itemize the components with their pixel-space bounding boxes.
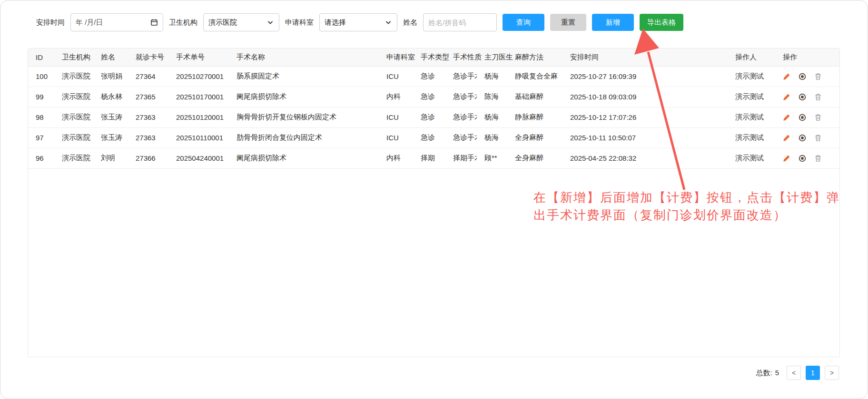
- table-row: 97演示医院张玉涛27363202510110001肋骨骨折闭合复位内固定术IC…: [28, 127, 840, 148]
- row-actions: [775, 107, 840, 127]
- column-header: 姓名: [93, 49, 128, 66]
- detail-icon[interactable]: [799, 93, 806, 101]
- cell: 演示测试: [728, 148, 775, 168]
- cell: 阑尾病损切除术: [229, 87, 379, 107]
- date-input-value: 年 /月/日: [76, 18, 103, 27]
- surgery-table: ID卫生机构姓名就诊卡号手术单号手术名称申请科室手术类型手术性质主刀医生麻醉方法…: [28, 49, 840, 169]
- annotation-line-1: 在【新增】后面增加【计费】按钮，点击【计费】弹: [533, 189, 840, 206]
- cell: 27363: [128, 127, 168, 148]
- delete-icon[interactable]: [814, 134, 822, 142]
- cell: 27366: [128, 148, 168, 168]
- edit-icon[interactable]: [783, 134, 790, 142]
- cell: 内科: [379, 148, 413, 168]
- cell: 27365: [128, 87, 168, 107]
- cell: 98: [28, 107, 54, 127]
- column-header: 安排时间: [562, 49, 728, 66]
- export-button[interactable]: 导出表格: [640, 14, 683, 31]
- cell: 阑尾病损切除术: [229, 148, 379, 168]
- cell: 演示测试: [728, 87, 775, 107]
- cell: 肋骨骨折闭合复位内固定术: [229, 127, 379, 148]
- column-header: 手术名称: [229, 49, 379, 66]
- org-select-value: 演示医院: [208, 18, 237, 27]
- calendar-icon[interactable]: [150, 19, 158, 26]
- header-row: ID卫生机构姓名就诊卡号手术单号手术名称申请科室手术类型手术性质主刀医生麻醉方法…: [28, 49, 840, 66]
- cell: 张玉涛: [93, 127, 128, 148]
- delete-icon[interactable]: [814, 114, 822, 121]
- cell: 杨海: [477, 66, 507, 87]
- add-button[interactable]: 新增: [592, 14, 634, 31]
- cell: 2025-04-25 22:08:32: [562, 148, 728, 168]
- detail-icon[interactable]: [799, 134, 806, 142]
- cell: ICU: [379, 66, 413, 87]
- cell: 择期手术: [445, 148, 477, 168]
- delete-icon[interactable]: [814, 93, 822, 101]
- cell: 急诊手术: [445, 127, 477, 148]
- dept-select[interactable]: 请选择: [319, 13, 397, 31]
- edit-icon[interactable]: [783, 155, 790, 162]
- annotation-line-2: 出手术计费界面（复制门诊划价界面改造）: [533, 206, 840, 224]
- cell: 演示测试: [728, 127, 775, 148]
- date-input[interactable]: 年 /月/日: [70, 13, 163, 31]
- chevron-down-icon: [266, 19, 274, 26]
- cell: 胸骨骨折切开复位钢板内固定术: [229, 107, 379, 127]
- column-header: 操作人: [728, 49, 775, 66]
- query-button[interactable]: 查询: [503, 14, 544, 31]
- total-label: 总数:: [756, 369, 772, 378]
- cell: 杨海: [477, 107, 507, 127]
- table-body: 100演示医院张明娟27364202510270001肠系膜固定术ICU急诊急诊…: [28, 66, 840, 168]
- total-value: 5: [775, 369, 779, 378]
- cell: 27363: [128, 107, 168, 127]
- cell: 202510120001: [168, 107, 229, 127]
- cell: 99: [28, 87, 54, 107]
- cell: 2025-10-27 16:09:39: [562, 66, 728, 87]
- cell: ICU: [379, 127, 413, 148]
- cell: 杨永林: [93, 87, 128, 107]
- prev-page-button[interactable]: <: [787, 366, 801, 380]
- cell: 演示医院: [54, 87, 93, 107]
- cell: 杨海: [477, 127, 507, 148]
- cell: 202510110001: [168, 127, 229, 148]
- detail-icon[interactable]: [799, 114, 806, 121]
- cell: 张玉涛: [93, 107, 128, 127]
- cell: 急诊手术: [445, 66, 477, 87]
- table-row: 100演示医院张明娟27364202510270001肠系膜固定术ICU急诊急诊…: [28, 66, 840, 87]
- dept-filter-label: 申请科室: [285, 18, 314, 27]
- detail-icon[interactable]: [799, 73, 806, 80]
- pagination: 总数: 5 < 1 >: [756, 366, 839, 380]
- cell: 张明娟: [93, 66, 128, 87]
- cell: 96: [28, 148, 54, 168]
- cell: 演示医院: [54, 66, 93, 87]
- column-header: 麻醉方法: [507, 49, 562, 66]
- cell: 刘明: [93, 148, 128, 168]
- cell: 急诊手术: [445, 107, 477, 127]
- cell: 急诊: [413, 87, 445, 107]
- page-1-button[interactable]: 1: [806, 366, 820, 380]
- cell: 202510270001: [168, 66, 229, 87]
- chevron-down-icon: [385, 19, 392, 26]
- org-select[interactable]: 演示医院: [203, 13, 279, 31]
- cell: 全身麻醉: [507, 148, 562, 168]
- cell: 演示医院: [54, 107, 93, 127]
- name-input[interactable]: [423, 13, 497, 31]
- delete-icon[interactable]: [814, 73, 822, 80]
- cell: 急诊: [413, 66, 445, 87]
- name-filter-label: 姓名: [403, 18, 417, 27]
- total-count: 总数: 5: [756, 369, 779, 378]
- delete-icon[interactable]: [814, 155, 822, 162]
- edit-icon[interactable]: [783, 93, 790, 101]
- dept-select-value: 请选择: [325, 18, 346, 27]
- cell: 202510170001: [168, 87, 229, 107]
- org-filter-label: 卫生机构: [169, 18, 197, 27]
- table-row: 99演示医院杨永林27365202510170001阑尾病损切除术内科急诊急诊手…: [28, 87, 840, 107]
- column-header: 就诊卡号: [128, 49, 168, 66]
- detail-icon[interactable]: [799, 155, 806, 162]
- edit-icon[interactable]: [783, 114, 790, 121]
- next-page-button[interactable]: >: [825, 366, 839, 380]
- edit-icon[interactable]: [783, 73, 790, 80]
- cell: 择期: [413, 148, 445, 168]
- row-actions: [775, 127, 840, 148]
- column-header: 操作: [775, 49, 840, 66]
- column-header: 手术单号: [168, 49, 229, 66]
- cell: 100: [28, 66, 54, 87]
- reset-button[interactable]: 重置: [550, 14, 586, 31]
